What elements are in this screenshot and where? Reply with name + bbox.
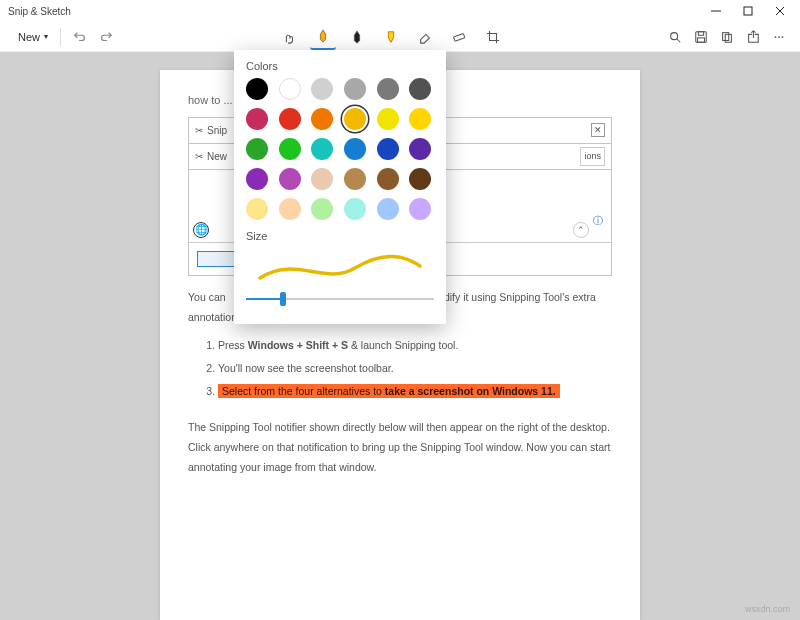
crop-button[interactable] — [480, 24, 506, 50]
color-swatch[interactable] — [344, 198, 366, 220]
color-swatches-grid — [246, 78, 434, 220]
color-swatch[interactable] — [409, 138, 431, 160]
color-swatch[interactable] — [377, 78, 399, 100]
size-preview — [246, 248, 434, 288]
color-swatch[interactable] — [246, 108, 268, 130]
color-swatch[interactable] — [311, 198, 333, 220]
color-swatch[interactable] — [344, 138, 366, 160]
doc-para2: The Snipping Tool notifier shown directl… — [188, 418, 612, 478]
svg-line-7 — [677, 38, 681, 42]
svg-rect-5 — [453, 33, 464, 41]
color-swatch[interactable] — [279, 168, 301, 190]
size-heading: Size — [246, 230, 434, 242]
svg-rect-9 — [698, 31, 703, 35]
color-swatch[interactable] — [409, 108, 431, 130]
chevron-up-icon: ⌃ — [573, 222, 589, 238]
color-swatch[interactable] — [279, 108, 301, 130]
pencil-button[interactable] — [344, 24, 370, 50]
maximize-button[interactable] — [732, 0, 764, 22]
ballpoint-pen-button[interactable] — [310, 24, 336, 50]
svg-rect-1 — [744, 7, 752, 15]
close-x-icon: ✕ — [591, 123, 605, 137]
color-swatch[interactable] — [246, 78, 268, 100]
redo-button[interactable] — [93, 24, 119, 50]
ruler-button[interactable] — [446, 24, 472, 50]
color-swatch[interactable] — [279, 138, 301, 160]
snipbox-row1-label: Snip — [207, 121, 227, 140]
color-swatch[interactable] — [311, 138, 333, 160]
color-swatch[interactable] — [409, 168, 431, 190]
color-swatch[interactable] — [246, 198, 268, 220]
slider-thumb[interactable] — [280, 292, 286, 306]
save-button[interactable] — [688, 24, 714, 50]
list-item: You'll now see the screenshot toolbar. — [218, 359, 612, 379]
snipbox-button-placeholder — [197, 251, 237, 267]
snipbox-row2-label: New — [207, 147, 227, 166]
list-item: Press Windows + Shift + S & launch Snipp… — [218, 336, 612, 356]
color-swatch[interactable] — [344, 168, 366, 190]
separator — [60, 28, 61, 46]
globe-icon: 🌐 — [193, 222, 209, 238]
color-swatch[interactable] — [344, 108, 366, 130]
color-swatch[interactable] — [279, 198, 301, 220]
color-swatch[interactable] — [311, 108, 333, 130]
chevron-down-icon: ▾ — [44, 32, 48, 41]
touch-writing-button[interactable] — [276, 24, 302, 50]
close-button[interactable] — [764, 0, 796, 22]
zoom-button[interactable] — [662, 24, 688, 50]
list-item: Select from the four alternatives to tak… — [218, 382, 612, 402]
new-snip-icon: ✂ — [195, 147, 203, 166]
steps-list: Press Windows + Shift + S & launch Snipp… — [188, 336, 612, 402]
color-swatch[interactable] — [377, 168, 399, 190]
new-button-label: New — [18, 31, 40, 43]
highlighter-button[interactable] — [378, 24, 404, 50]
svg-rect-10 — [698, 37, 705, 41]
color-swatch[interactable] — [246, 168, 268, 190]
size-slider[interactable] — [246, 290, 434, 308]
share-button[interactable] — [740, 24, 766, 50]
colors-heading: Colors — [246, 60, 434, 72]
toolbar: New ▾ — [0, 22, 800, 52]
undo-button[interactable] — [67, 24, 93, 50]
help-icon: ⓘ — [593, 212, 603, 230]
svg-point-13 — [775, 36, 777, 38]
svg-point-6 — [671, 32, 678, 39]
eraser-button[interactable] — [412, 24, 438, 50]
titlebar: Snip & Sketch — [0, 0, 800, 22]
color-swatch[interactable] — [377, 108, 399, 130]
color-swatch[interactable] — [377, 198, 399, 220]
color-swatch[interactable] — [311, 168, 333, 190]
color-swatch[interactable] — [279, 78, 301, 100]
svg-point-14 — [778, 36, 780, 38]
new-button[interactable]: New ▾ — [8, 24, 54, 50]
pen-color-popup: Colors Size — [234, 50, 446, 324]
color-swatch[interactable] — [377, 138, 399, 160]
minimize-button[interactable] — [700, 0, 732, 22]
app-title: Snip & Sketch — [8, 6, 71, 17]
color-swatch[interactable] — [344, 78, 366, 100]
svg-point-15 — [782, 36, 784, 38]
color-swatch[interactable] — [311, 78, 333, 100]
watermark: wsxdn.com — [745, 604, 790, 614]
color-swatch[interactable] — [409, 78, 431, 100]
more-button[interactable] — [766, 24, 792, 50]
copy-button[interactable] — [714, 24, 740, 50]
color-swatch[interactable] — [246, 138, 268, 160]
color-swatch[interactable] — [409, 198, 431, 220]
snipbox-row2-badge: ions — [580, 147, 605, 166]
scissors-icon: ✂ — [195, 121, 203, 140]
